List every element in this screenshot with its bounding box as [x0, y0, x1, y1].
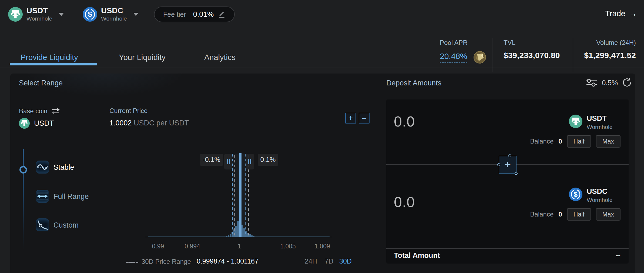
trade-link[interactable]: Trade → — [605, 9, 637, 18]
usdt-icon — [19, 118, 30, 129]
half-button[interactable]: Half — [567, 208, 591, 221]
svg-text:1: 1 — [238, 243, 241, 250]
svg-text:0.994: 0.994 — [185, 243, 200, 250]
svg-text:$: $ — [574, 191, 578, 198]
gold-gem-icon — [473, 51, 486, 64]
refresh-icon[interactable] — [622, 78, 632, 88]
token-a-symbol: USDT — [26, 6, 52, 15]
token-b-selector[interactable]: $ USDC Wormhole — [83, 6, 139, 22]
x-axis-ticks: 0.99 0.994 1 1.005 1.009 — [152, 243, 330, 250]
tvl-label: TVL — [504, 39, 560, 46]
current-price-bar — [239, 153, 242, 237]
balance-row-usdc: Balance 0 Half Max — [459, 208, 620, 221]
deposit-amounts-title: Deposit Amounts — [386, 79, 441, 87]
range-min-chip: -0.1% — [200, 154, 223, 166]
pool-apr-label: Pool APR — [440, 39, 486, 46]
selection-handle — [497, 163, 500, 166]
fee-tier-pill[interactable]: Fee tier 0.01% — [154, 6, 235, 22]
token-a-selector[interactable]: USDT Wormhole — [8, 6, 64, 22]
tab-analytics[interactable]: Analytics — [204, 53, 236, 62]
total-amount-value: -- — [459, 251, 620, 260]
total-amount-label: Total Amount — [394, 251, 440, 260]
current-price-label: Current Price — [109, 107, 147, 115]
range-min-label: -0.1% — [203, 156, 220, 163]
option-custom[interactable]: Custom — [53, 221, 79, 229]
tabs-bottom-border — [0, 68, 644, 68]
usdt-icon — [569, 115, 582, 128]
period-24h[interactable]: 24H — [305, 257, 317, 265]
balance-value: 0 — [558, 211, 562, 218]
liquidity-range-chart: -0.1% 0.1% 0.99 0.994 1 1.005 1.009 — [143, 149, 335, 252]
svg-text:1.009: 1.009 — [314, 243, 330, 250]
balance-label: Balance — [530, 138, 554, 145]
full-range-icon[interactable] — [36, 190, 49, 203]
usdc-icon: $ — [83, 7, 97, 22]
price-range-legend-value: 0.999874 - 1.001167 — [197, 257, 259, 265]
stable-range-icon[interactable] — [36, 161, 49, 174]
deposit-network: Wormhole — [587, 124, 612, 130]
tab-provide-liquidity[interactable]: Provide Liquidity — [21, 53, 78, 62]
period-30d[interactable]: 30D — [339, 257, 352, 265]
swap-arrows-icon[interactable] — [51, 107, 60, 115]
svg-text:0.99: 0.99 — [152, 243, 164, 250]
range-handle-max[interactable] — [246, 154, 254, 169]
sliders-icon[interactable] — [586, 78, 598, 88]
max-button[interactable]: Max — [596, 208, 620, 221]
select-range-title: Select Range — [19, 79, 63, 87]
volume-value: $1,299,471.52 — [573, 51, 636, 60]
stat-volume: Volume (24H) $1,299,471.52 — [573, 39, 636, 60]
current-price-line: 1.0002 USDC per USDT — [109, 119, 189, 127]
usdc-icon: $ — [569, 188, 582, 201]
custom-range-icon[interactable] — [36, 218, 49, 231]
deposit-symbol: USDC — [587, 188, 612, 196]
slippage-value[interactable]: 0.5% — [602, 79, 618, 87]
fee-tier-label: Fee tier — [163, 11, 186, 18]
price-range-legend-label: 30D Price Range — [142, 258, 191, 265]
base-coin-row: USDT — [19, 118, 54, 129]
base-coin-symbol: USDT — [34, 119, 54, 128]
option-stable[interactable]: Stable — [53, 163, 74, 172]
link-deposits-plus-button[interactable]: + — [499, 156, 516, 174]
current-price-unit: USDC per USDT — [134, 119, 189, 127]
zoom-in-button[interactable]: + — [345, 113, 356, 124]
stats-divider — [492, 38, 492, 72]
selection-handle — [515, 172, 518, 175]
option-full-range[interactable]: Full Range — [53, 192, 89, 201]
balance-label: Balance — [530, 211, 554, 218]
token-b-symbol: USDC — [101, 6, 127, 15]
usdt-icon — [8, 7, 23, 22]
fee-tier-value: 0.01% — [193, 10, 214, 19]
options-track — [23, 149, 24, 250]
token-b-network: Wormhole — [101, 15, 127, 22]
deposit-token-usdc: $ USDC Wormhole — [569, 188, 612, 203]
arrow-right-icon: → — [629, 9, 637, 18]
pool-apr-value[interactable]: 20.48% — [440, 52, 467, 63]
range-max-label: 0.1% — [260, 156, 276, 163]
period-7d[interactable]: 7D — [325, 257, 333, 265]
deposit-token-usdt: USDT Wormhole — [569, 115, 612, 130]
selection-handle — [508, 154, 511, 157]
stat-pool-apr: Pool APR 20.48% — [440, 39, 486, 64]
range-max-chip: 0.1% — [258, 154, 278, 166]
balance-value: 0 — [558, 138, 562, 145]
pool-deposit-page: USDT Wormhole $ USDC Wormhole Fee tier 0… — [0, 0, 644, 273]
trade-label: Trade — [605, 9, 625, 18]
token-a-network: Wormhole — [26, 15, 52, 22]
half-button[interactable]: Half — [567, 135, 591, 148]
deposit-amount-input-usdc[interactable]: 0.0 — [394, 194, 415, 210]
range-handle-min[interactable] — [224, 154, 232, 169]
option-stable-radio[interactable] — [19, 166, 27, 174]
pencil-icon — [218, 11, 226, 18]
max-button[interactable]: Max — [596, 135, 620, 148]
dashed-line-icon — [126, 262, 138, 263]
deposit-network: Wormhole — [587, 197, 612, 203]
balance-row-usdt: Balance 0 Half Max — [459, 135, 620, 148]
tvl-value: $39,233,070.80 — [504, 51, 560, 60]
active-tab-underline — [10, 63, 97, 65]
chevron-down-icon — [133, 13, 139, 16]
deposit-amount-input-usdt[interactable]: 0.0 — [394, 113, 415, 130]
total-divider — [386, 248, 629, 249]
zoom-out-button[interactable]: – — [359, 113, 370, 124]
base-coin-label: Base coin — [19, 107, 47, 115]
tab-your-liquidity[interactable]: Your Liquidity — [119, 53, 166, 62]
